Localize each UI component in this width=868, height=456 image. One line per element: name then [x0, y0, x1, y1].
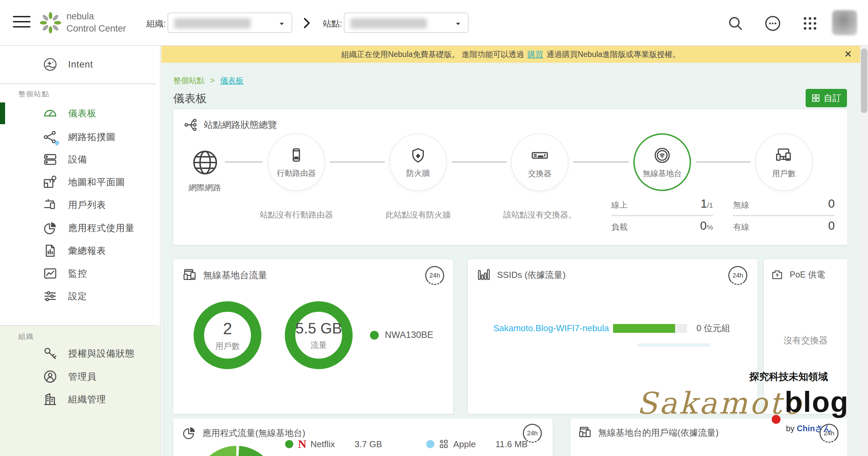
- ap-load-label: 負載: [611, 222, 628, 232]
- monitor-chart-icon: [42, 266, 58, 281]
- legend-dot: [285, 440, 293, 448]
- sidebar-item-dashboard[interactable]: 儀表板: [0, 102, 161, 124]
- org-value-blurred: [174, 18, 251, 28]
- clients-donut: 2 用戶數: [194, 301, 261, 369]
- sidebar-item-license[interactable]: 授權與設備狀態: [0, 343, 161, 364]
- chevron-right-icon: [299, 16, 314, 31]
- ssid-bars-icon: [477, 267, 492, 282]
- scrollbar-track[interactable]: [860, 46, 868, 456]
- license-banner: 組織正在使用Nebula免費基礎版。 進階功能可以透過 購買 通過購買Nebul…: [161, 46, 860, 63]
- sidebar-item-maps[interactable]: 地圖和平面圖: [0, 171, 161, 193]
- card-title: 無線基地台流量: [203, 269, 267, 281]
- brand-title: nebula Control Center: [66, 10, 126, 35]
- ap-load-unit: %: [707, 223, 713, 231]
- clients-node[interactable]: 用戶數: [755, 133, 813, 191]
- poe-empty-text: 沒有交換器: [764, 335, 847, 346]
- ssid-row: Sakamoto.Blog-WIFI7-nebula 0 位元組: [488, 322, 730, 334]
- sidebar-divider: [0, 83, 156, 84]
- clients-devices-icon: [774, 146, 793, 165]
- customize-label: 自訂: [824, 92, 841, 104]
- sidebar-item-intent[interactable]: Intent: [0, 54, 161, 75]
- timerange-badge[interactable]: 24h: [820, 424, 839, 443]
- report-icon: [42, 243, 58, 259]
- org-label: 組織:: [146, 18, 166, 29]
- sidebar-item-reports[interactable]: 彙總報表: [0, 240, 161, 262]
- sidebar-item-monitor[interactable]: 監控: [0, 263, 161, 284]
- org-select[interactable]: [167, 13, 292, 33]
- poe-power-icon: [770, 267, 784, 282]
- mobile-router-status: 站點沒有行動路由器: [235, 209, 357, 220]
- mobile-router-node[interactable]: 行動路由器: [268, 133, 325, 191]
- card-title: 站點網路狀態總覽: [204, 119, 277, 131]
- card-ap-clients: 無線基地台的用戶端(依據流量) 24h: [570, 418, 847, 456]
- clients-wired-row: 有線 0: [733, 219, 835, 236]
- active-indicator: [0, 102, 5, 124]
- banner-close-icon[interactable]: ✕: [844, 49, 852, 60]
- help-more-icon[interactable]: [764, 14, 782, 33]
- scrollbar-thumb[interactable]: [861, 49, 867, 113]
- ap-legend: NWA130BE: [370, 330, 433, 340]
- sidebar-item-topology[interactable]: 網路拓撲圖: [0, 126, 161, 148]
- sidebar-item-settings[interactable]: 設定: [0, 285, 161, 307]
- dashboard-icon: [42, 106, 58, 121]
- ap-load-value: 0: [700, 219, 707, 232]
- internet-node: [190, 147, 221, 178]
- timerange-badge[interactable]: 24h: [728, 266, 747, 285]
- switch-icon: [530, 146, 549, 165]
- key-icon: [42, 346, 58, 361]
- sidebar-item-admins[interactable]: 管理員: [0, 366, 161, 387]
- switch-status: 該站點沒有交換器。: [479, 209, 601, 220]
- caret-down-icon: [454, 19, 462, 28]
- loading-shimmer: [637, 343, 710, 347]
- legend-value: 3.7 GB: [355, 439, 382, 450]
- clients-count: 2: [223, 319, 232, 338]
- user-avatar[interactable]: [832, 10, 857, 35]
- breadcrumb-page-link[interactable]: 儀表板: [220, 76, 243, 85]
- intent-icon: [42, 57, 58, 72]
- firewall-node[interactable]: 防火牆: [389, 133, 447, 191]
- search-icon[interactable]: [726, 14, 744, 32]
- legend-dot: [370, 331, 379, 340]
- ssid-link[interactable]: Sakamoto.Blog-WIFI7-nebula: [488, 323, 609, 334]
- sidebar-divider: [0, 325, 156, 326]
- connector-line: [225, 161, 263, 163]
- legend-label: Apple: [453, 439, 476, 450]
- sidebar: Intent 整個站點 儀表板 網路拓撲圖: [0, 46, 161, 456]
- ap-online-value: 1: [701, 197, 707, 210]
- premium-diamond-badge: [53, 140, 61, 148]
- breadcrumb: 整個站點 > 儀表板: [173, 75, 243, 86]
- card-title-row: 站點網路狀態總覽: [183, 117, 277, 132]
- sidebar-item-app-usage[interactable]: 應用程式使用量: [0, 217, 161, 239]
- clients-wired-label: 有線: [733, 222, 749, 232]
- sidebar-item-clients-list[interactable]: 用戶列表: [0, 194, 161, 216]
- map-floorplan-icon: [42, 174, 58, 190]
- card-title-row: 無線基地台的用戶端(依據流量): [578, 425, 718, 440]
- internet-label: 網際網路: [171, 182, 239, 193]
- clients-wireless-row: 無線 0: [733, 197, 835, 214]
- sidebar-item-label: 授權與設備狀態: [68, 347, 135, 360]
- ssid-usage-bar: [613, 324, 687, 333]
- sidebar-item-label: 監控: [68, 267, 87, 280]
- sidebar-item-label: 網路拓撲圖: [68, 131, 116, 143]
- banner-buy-link[interactable]: 購買: [528, 49, 543, 60]
- timerange-badge[interactable]: 24h: [425, 266, 444, 285]
- sidebar-item-label: 儀表板: [68, 107, 97, 119]
- switch-node[interactable]: 交換器: [511, 133, 569, 191]
- customize-button[interactable]: 自訂: [806, 89, 847, 107]
- breadcrumb-site-link[interactable]: 整個站點: [173, 76, 204, 85]
- site-select[interactable]: [344, 13, 469, 33]
- devices-icon: [42, 152, 58, 167]
- sidebar-section-site: 整個站點: [18, 89, 50, 99]
- legend-value: 11.6 MB: [495, 439, 528, 450]
- node-label: 行動路由器: [277, 168, 316, 178]
- ap-stats: 線上 1/1 負載 0%: [611, 197, 713, 236]
- sidebar-item-label: 應用程式使用量: [68, 222, 135, 234]
- clients-wired-value: 0: [828, 219, 835, 232]
- sidebar-item-label: 設定: [68, 290, 87, 302]
- sidebar-item-org-management[interactable]: 組織管理: [0, 388, 161, 410]
- menu-icon[interactable]: [13, 16, 31, 30]
- sidebar-item-devices[interactable]: 設備: [0, 149, 161, 170]
- node-label: 用戶數: [772, 168, 796, 179]
- apps-grid-icon[interactable]: [801, 14, 819, 33]
- access-point-node[interactable]: 無線基地台: [633, 133, 691, 191]
